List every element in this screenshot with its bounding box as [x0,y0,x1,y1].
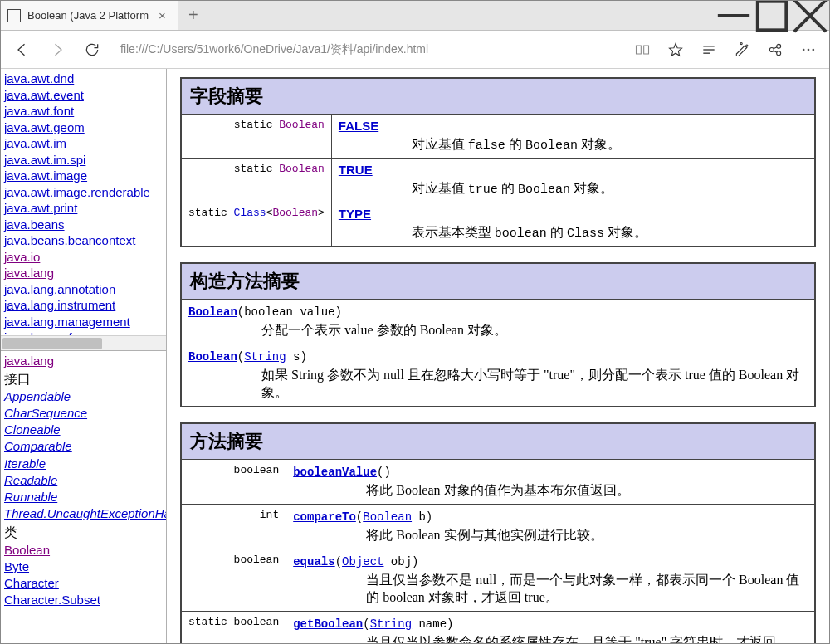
more-icon[interactable] [794,36,823,64]
package-link[interactable]: java.beans.beancontext [4,232,163,249]
share-icon[interactable] [761,36,789,64]
type-link[interactable]: Boolean [279,163,325,175]
close-tab-icon[interactable]: × [155,8,169,22]
interface-link[interactable]: Iterable [4,456,163,472]
type-link[interactable]: Class [234,207,266,219]
method-link[interactable]: getBoolean [293,617,363,631]
package-list-frame: java.awt.dndjava.awt.eventjava.awt.fontj… [1,69,166,351]
minimize-button[interactable] [715,1,753,30]
interfaces-heading: 接口 [4,371,163,388]
methods-table: 方法摘要 booleanbooleanValue()将此 Boolean 对象的… [180,422,816,644]
class-link[interactable]: Character [4,575,163,592]
new-tab-button[interactable]: + [178,1,208,30]
constructors-table: 构造方法摘要 Boolean(boolean value)分配一个表示 valu… [180,262,816,407]
ctors-banner: 构造方法摘要 [181,263,815,300]
field-link[interactable]: TYPE [339,207,371,221]
reading-view-icon[interactable] [628,36,657,64]
package-link[interactable]: java.awt.im.spi [4,152,163,168]
package-link[interactable]: java.beans [4,217,163,233]
browser-tab[interactable]: Boolean (Java 2 Platform × [1,1,178,30]
svg-point-14 [803,48,805,51]
fields-table: 字段摘要 static BooleanFALSE对应基值 false 的 Boo… [180,77,816,247]
class-link[interactable]: Boolean [4,542,163,559]
package-link[interactable]: java.awt.image [4,168,163,184]
field-desc: 对应基值 false 的 Boolean 对象。 [412,136,808,154]
package-link[interactable]: java.lang.management [4,314,163,330]
class-list-frame: java.lang 接口 AppendableCharSequenceClone… [1,351,166,644]
method-desc: 当且仅当以参数命名的系统属性存在，且等于 "true" 字符串时，才返回 tru… [366,634,808,644]
package-link[interactable]: java.awt.geom [4,120,163,136]
package-header-link[interactable]: java.lang [4,353,163,369]
param-type-link[interactable]: Boolean [363,510,412,524]
interface-link[interactable]: Cloneable [4,422,163,438]
method-desc: 将此 Boolean 对象的值作为基本布尔值返回。 [366,482,808,500]
interface-link[interactable]: Comparable [4,438,163,455]
method-desc: 将此 Boolean 实例与其他实例进行比较。 [366,527,808,544]
param-type-link[interactable]: String [244,350,286,363]
method-link[interactable]: compareTo [293,510,356,524]
method-link[interactable]: equals [293,555,334,568]
fields-banner: 字段摘要 [181,78,815,115]
svg-point-11 [777,51,781,55]
svg-point-8 [740,42,742,44]
interface-link[interactable]: CharSequence [4,405,163,422]
ctor-desc: 分配一个表示 value 参数的 Boolean 对象。 [261,322,808,339]
package-link[interactable]: java.awt.print [4,200,163,217]
ctor-desc: 如果 String 参数不为 null 且在忽略大小写时等于 "true"，则分… [261,367,808,402]
maximize-button[interactable] [753,1,791,30]
tab-title: Boolean (Java 2 Platform [27,9,149,22]
package-link[interactable]: java.lang.instrument [4,297,163,314]
package-link[interactable]: java.awt.dnd [4,71,163,87]
field-link[interactable]: FALSE [339,119,378,133]
package-link[interactable]: java.io [4,249,163,266]
ctor-link[interactable]: Boolean [188,350,237,363]
refresh-button[interactable] [77,35,107,65]
type-link[interactable]: Boolean [272,207,318,219]
ctor-link[interactable]: Boolean [188,305,237,319]
horizontal-scrollbar[interactable] [1,335,166,350]
close-window-button[interactable] [791,1,829,30]
svg-point-10 [777,44,781,48]
package-link[interactable]: java.awt.im [4,135,163,152]
interface-link[interactable]: Thread.UncaughtExceptionHandler [4,505,163,522]
svg-point-16 [813,48,815,51]
package-link[interactable]: java.awt.image.renderable [4,184,163,201]
field-link[interactable]: TRUE [339,163,373,177]
main-doc-frame[interactable]: 字段摘要 static BooleanFALSE对应基值 false 的 Boo… [167,69,829,644]
package-link[interactable]: java.lang.annotation [4,281,163,298]
field-desc: 对应基值 true 的 Boolean 对象。 [412,180,808,198]
hub-icon[interactable] [695,36,723,64]
interface-link[interactable]: Appendable [4,388,163,405]
svg-line-12 [774,46,777,48]
interface-link[interactable]: Runnable [4,489,163,505]
field-desc: 表示基本类型 boolean 的 Class 对象。 [412,224,808,242]
forward-button[interactable] [42,35,72,65]
notes-icon[interactable] [728,36,756,64]
svg-point-7 [746,44,748,46]
favorite-icon[interactable] [662,36,690,64]
package-link[interactable]: java.lang [4,265,163,281]
methods-banner: 方法摘要 [181,423,815,460]
param-type-link[interactable]: Object [342,555,383,568]
page-icon [7,9,21,22]
svg-line-13 [774,51,777,52]
param-type-link[interactable]: String [370,617,412,631]
package-link[interactable]: java.awt.font [4,103,163,120]
interface-link[interactable]: Readable [4,472,163,489]
address-bar[interactable]: file:///C:/Users/51work6/OneDrive/Java1/… [112,42,623,57]
classes-heading: 类 [4,524,163,542]
method-desc: 当且仅当参数不是 null，而是一个与此对象一样，都表示同一个 Boolean … [366,572,808,607]
back-button[interactable] [7,35,37,65]
class-link[interactable]: Character.Subset [4,592,163,608]
svg-point-15 [808,48,810,51]
class-link[interactable]: Byte [4,559,163,575]
type-link[interactable]: Boolean [279,119,325,131]
package-link[interactable]: java.awt.event [4,87,163,104]
svg-point-9 [769,47,774,51]
svg-rect-1 [758,1,787,30]
method-link[interactable]: booleanValue [293,466,377,479]
